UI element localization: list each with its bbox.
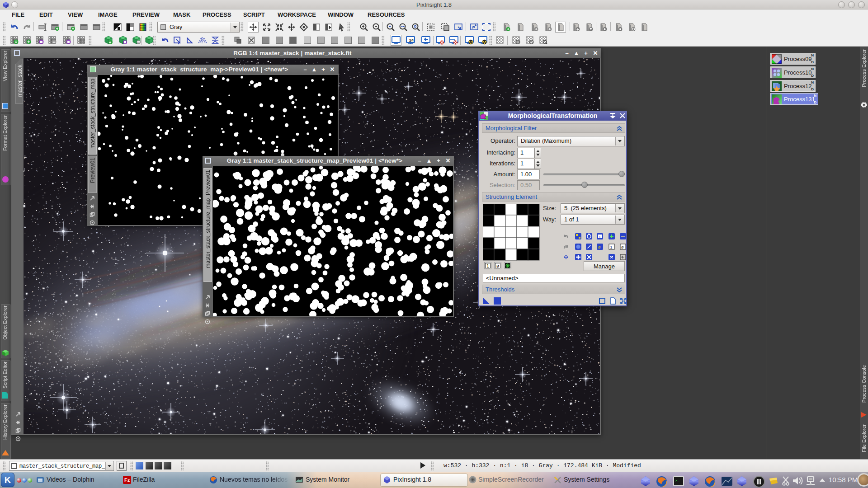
svg-text:Fz: Fz: [124, 477, 130, 483]
svg-text:1: 1: [599, 235, 601, 239]
svg-text:1: 1: [610, 245, 613, 249]
svg-text:ø: ø: [621, 245, 624, 249]
svg-text:ø: ø: [598, 245, 601, 249]
svg-text:>_: >_: [675, 479, 679, 483]
svg-text:24: 24: [409, 38, 414, 42]
